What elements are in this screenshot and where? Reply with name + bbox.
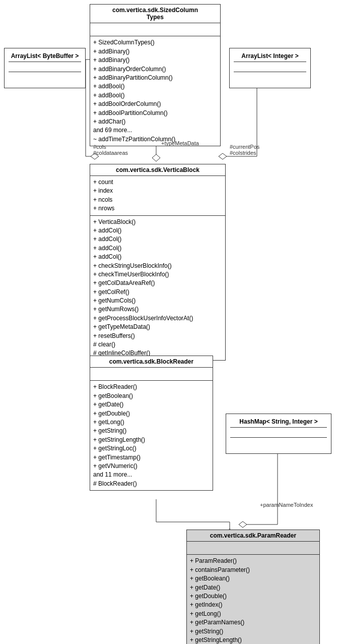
block-reader-title: com.vertica.sdk.BlockReader	[90, 356, 213, 368]
param-reader-title: com.vertica.sdk.ParamReader	[187, 530, 319, 542]
arraylist-bytebuffer-box: ArrayList< ByteBuffer >	[4, 48, 86, 88]
arraylist-integer-title: ArrayList< Integer >	[234, 50, 306, 62]
arraylist-integer-box: ArrayList< Integer >	[229, 48, 311, 88]
currentpos-label: #currentPos#colstrides	[230, 144, 259, 156]
vertica-block-title: com.vertica.sdk.VerticaBlock	[90, 164, 225, 176]
sized-column-types-methods: + SizedColumnTypes() + addBinary() + add…	[90, 36, 220, 146]
sized-column-types-title: com.vertica.sdk.SizedColumnTypes	[90, 5, 220, 23]
svg-marker-13	[239, 521, 247, 528]
diagram-container: ArrayList< ByteBuffer > ArrayList< Integ…	[0, 0, 340, 644]
vertica-block-fields: + count + index + ncols + nrows	[90, 176, 225, 216]
hashmap-box: HashMap< String, Integer >	[226, 414, 331, 454]
block-reader-box: com.vertica.sdk.BlockReader + BlockReade…	[90, 356, 213, 491]
vertica-block-methods: + VerticaBlock() + addCol() + addCol() +…	[90, 216, 225, 360]
type-metadata-label: +typeMetaData	[161, 140, 199, 146]
svg-marker-6	[219, 153, 227, 159]
param-name-to-index-label: +paramNameToIndex	[260, 502, 313, 508]
svg-marker-8	[152, 154, 160, 161]
param-reader-box: com.vertica.sdk.ParamReader + ParamReade…	[186, 530, 320, 644]
hashmap-title: HashMap< String, Integer >	[230, 416, 327, 427]
arraylist-bytebuffer-title: ArrayList< ByteBuffer >	[9, 50, 81, 62]
cols-label: #cols#coldataareas	[93, 144, 128, 156]
param-reader-methods: + ParamReader() + containsParameter() + …	[187, 555, 319, 644]
block-reader-methods: + BlockReader() + getBoolean() + getDate…	[90, 381, 213, 490]
vertica-block-box: com.vertica.sdk.VerticaBlock + count + i…	[90, 164, 226, 361]
param-reader-fields	[187, 542, 319, 555]
sized-column-types-fields	[90, 23, 220, 36]
block-reader-fields	[90, 368, 213, 381]
sized-column-types-box: com.vertica.sdk.SizedColumnTypes + Sized…	[90, 4, 221, 146]
